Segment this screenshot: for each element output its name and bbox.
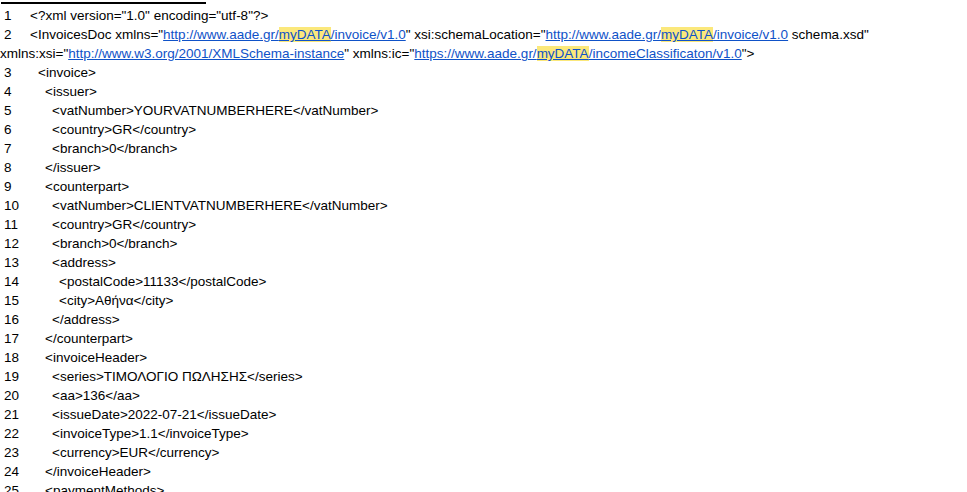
hyperlink[interactable]: /invoice/v1.0 [713,27,788,42]
xml-text: </counterpart> [45,331,133,346]
top-rule [1,2,206,4]
code-line: 1<?xml version="1.0" encoding="utf-8"?> [0,6,967,25]
hyperlink[interactable]: /incomeClassificaton/v1.0 [589,46,742,61]
line-number: 8 [4,158,12,177]
line-number: 18 [4,348,19,367]
xml-text: <currency>EUR</currency> [52,445,219,460]
line-number: 10 [4,196,19,215]
code-line: 2<InvoicesDoc xmlns="http://www.aade.gr/… [0,25,967,44]
code-line: 7<branch>0</branch> [0,139,967,158]
xml-text: <vatNumber>CLIENTVATNUMBERHERE</vatNumbe… [52,198,388,213]
code-line: 23<currency>EUR</currency> [0,443,967,462]
code-text: </invoiceHeader> [0,462,151,481]
hyperlink[interactable]: http://www.aade.gr/ [546,27,662,42]
code-text: <series>ΤΙΜΟΛΟΓΙΟ ΠΩΛΗΣΗΣ</series> [0,367,303,386]
line-number: 20 [4,386,19,405]
xml-text: <invoice> [38,65,96,80]
code-line: 21<issueDate>2022-07-21</issueDate> [0,405,967,424]
code-text: <invoiceType>1.1</invoiceType> [0,424,249,443]
code-line: 8</issuer> [0,158,967,177]
code-line: xmlns:xsi="http://www.w3.org/2001/XMLSch… [0,44,967,63]
code-text: <issuer> [0,82,97,101]
code-line: 10<vatNumber>CLIENTVATNUMBERHERE</vatNum… [0,196,967,215]
code-text: </counterpart> [0,329,133,348]
line-number: 21 [4,405,19,424]
code-line: 19<series>ΤΙΜΟΛΟΓΙΟ ΠΩΛΗΣΗΣ</series> [0,367,967,386]
code-line: 5<vatNumber>YOURVATNUMBERHERE</vatNumber… [0,101,967,120]
line-number: 12 [4,234,19,253]
line-number: 25 [4,481,19,492]
code-text: <invoiceHeader> [0,348,147,367]
code-text: <branch>0</branch> [0,234,177,253]
code-line: 11<country>GR</country> [0,215,967,234]
code-text: xmlns:xsi="http://www.w3.org/2001/XMLSch… [0,44,754,63]
line-number: 7 [4,139,12,158]
hyperlink[interactable]: http://www.aade.gr/ [163,27,279,42]
code-line: 18<invoiceHeader> [0,348,967,367]
xml-text: <invoiceType>1.1</invoiceType> [52,426,249,441]
code-line: 15<city>Αθήνα</city> [0,291,967,310]
code-line: 12<branch>0</branch> [0,234,967,253]
xml-text: </address> [52,312,120,327]
xml-text: <address> [52,255,116,270]
code-line: 3<invoice> [0,63,967,82]
line-number: 19 [4,367,19,386]
code-text: <issueDate>2022-07-21</issueDate> [0,405,276,424]
code-text: <city>Αθήνα</city> [0,291,173,310]
xml-text: </issuer> [45,160,101,175]
code-text: <postalCode>11133</postalCode> [0,272,266,291]
code-text: <branch>0</branch> [0,139,177,158]
code-line: 16</address> [0,310,967,329]
code-text: <?xml version="1.0" encoding="utf-8"?> [0,6,268,25]
code-line: 24</invoiceHeader> [0,462,967,481]
line-number: 4 [4,82,12,101]
xml-text: </invoiceHeader> [45,464,151,479]
xml-text: <branch>0</branch> [52,236,177,251]
code-line: 25<paymentMethods> [0,481,967,492]
code-text: <currency>EUR</currency> [0,443,219,462]
code-line: 17</counterpart> [0,329,967,348]
hyperlink[interactable]: /invoice/v1.0 [331,27,406,42]
line-number: 13 [4,253,19,272]
code-text: <InvoicesDoc xmlns="http://www.aade.gr/m… [0,25,869,44]
hyperlink-highlighted[interactable]: myDATA [537,46,589,61]
hyperlink[interactable]: https://www.aade.gr/ [414,46,536,61]
xml-text: <paymentMethods> [45,483,164,492]
xml-text: <country>GR</country> [52,217,196,232]
xml-text: <country>GR</country> [52,122,196,137]
code-line: 13<address> [0,253,967,272]
hyperlink-highlighted[interactable]: myDATA [279,27,331,42]
line-number: 6 [4,120,12,139]
xml-text: <invoiceHeader> [45,350,147,365]
hyperlink[interactable]: http://www.w3.org/2001/XMLSchema-instanc… [68,46,344,61]
code-text: <counterpart> [0,177,129,196]
hyperlink-highlighted[interactable]: myDATA [661,27,713,42]
line-number: 3 [4,63,12,82]
xml-text: <issueDate>2022-07-21</issueDate> [52,407,276,422]
line-number: 11 [4,215,18,234]
line-number: 17 [4,329,19,348]
line-number: 14 [4,272,19,291]
xml-text: xmlns:xsi=" [0,46,68,61]
code-line: 6<country>GR</country> [0,120,967,139]
code-line: 20<aa>136</aa> [0,386,967,405]
xml-text: "> [742,46,755,61]
code-text: <invoice> [0,63,96,82]
line-number: 15 [4,291,19,310]
line-number: 2 [4,25,12,44]
line-number: 16 [4,310,19,329]
xml-text: <vatNumber>YOURVATNUMBERHERE</vatNumber> [52,103,378,118]
code-text: <aa>136</aa> [0,386,140,405]
xml-text: <InvoicesDoc xmlns=" [30,27,163,42]
code-text: <vatNumber>YOURVATNUMBERHERE</vatNumber> [0,101,378,120]
xml-text: <branch>0</branch> [52,141,177,156]
code-text: </issuer> [0,158,101,177]
xml-text: " xsi:schemaLocation=" [406,27,546,42]
code-text: <country>GR</country> [0,120,196,139]
code-line: 4<issuer> [0,82,967,101]
line-number: 22 [4,424,19,443]
document-body: 1<?xml version="1.0" encoding="utf-8"?>2… [0,6,967,492]
code-text: <vatNumber>CLIENTVATNUMBERHERE</vatNumbe… [0,196,388,215]
xml-text: <?xml version="1.0" encoding="utf-8"?> [30,8,268,23]
xml-text: <issuer> [45,84,97,99]
